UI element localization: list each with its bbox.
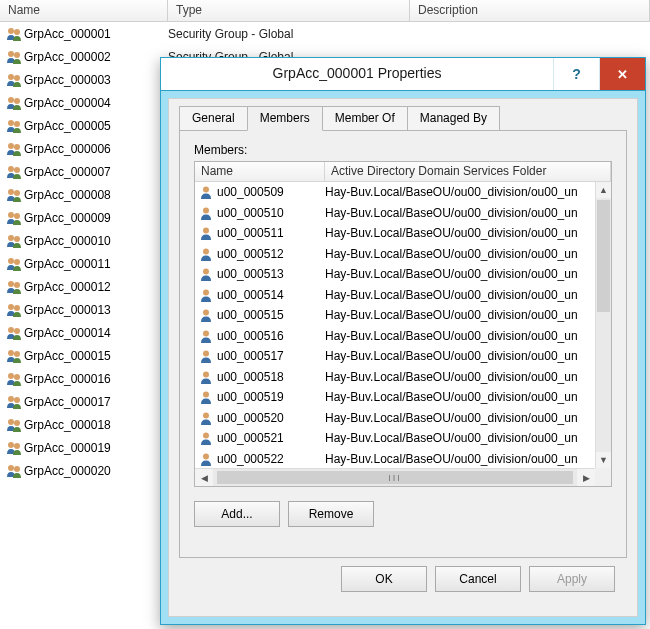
group-icon <box>6 302 24 318</box>
member-row[interactable]: u00_000512Hay-Buv.Local/BaseOU/ou00_divi… <box>195 244 595 265</box>
member-folder: Hay-Buv.Local/BaseOU/ou00_division/ou00_… <box>325 431 595 445</box>
member-row[interactable]: u00_000520Hay-Buv.Local/BaseOU/ou00_divi… <box>195 408 595 429</box>
dialog-frame: General Members Member Of Managed By Mem… <box>161 91 645 617</box>
group-icon <box>6 325 24 341</box>
member-name: u00_000517 <box>217 349 325 363</box>
member-row[interactable]: u00_000511Hay-Buv.Local/BaseOU/ou00_divi… <box>195 223 595 244</box>
console-row-name: GrpAcc_000005 <box>24 119 168 133</box>
user-icon <box>199 329 217 343</box>
members-listview[interactable]: Name Active Directory Domain Services Fo… <box>194 161 612 487</box>
console-row[interactable]: GrpAcc_000001Security Group - Global <box>0 22 650 45</box>
user-icon <box>199 452 217 466</box>
member-name: u00_000518 <box>217 370 325 384</box>
user-icon <box>199 431 217 445</box>
console-row-name: GrpAcc_000004 <box>24 96 168 110</box>
ok-button[interactable]: OK <box>341 566 427 592</box>
lv-col-name[interactable]: Name <box>195 162 325 181</box>
user-icon <box>199 349 217 363</box>
group-icon <box>6 440 24 456</box>
console-row-name: GrpAcc_000020 <box>24 464 168 478</box>
column-header-description[interactable]: Description <box>410 0 650 21</box>
add-button[interactable]: Add... <box>194 501 280 527</box>
scroll-track-vertical[interactable] <box>596 198 611 452</box>
scroll-down-button[interactable]: ▼ <box>596 452 611 468</box>
dialog-titlebar[interactable]: GrpAcc_000001 Properties ? ✕ <box>161 58 645 91</box>
tab-member-of[interactable]: Member Of <box>322 106 408 131</box>
member-name: u00_000519 <box>217 390 325 404</box>
column-header-type[interactable]: Type <box>168 0 410 21</box>
member-folder: Hay-Buv.Local/BaseOU/ou00_division/ou00_… <box>325 390 595 404</box>
console-row-name: GrpAcc_000003 <box>24 73 168 87</box>
apply-button[interactable]: Apply <box>529 566 615 592</box>
tab-members[interactable]: Members <box>247 106 323 131</box>
console-row-name: GrpAcc_000001 <box>24 27 168 41</box>
scroll-thumb-horizontal[interactable]: III <box>217 471 573 484</box>
console-row-name: GrpAcc_000014 <box>24 326 168 340</box>
tab-managed-by[interactable]: Managed By <box>407 106 500 131</box>
listview-header: Name Active Directory Domain Services Fo… <box>195 162 611 182</box>
lv-col-folder[interactable]: Active Directory Domain Services Folder <box>325 162 611 181</box>
user-icon <box>199 308 217 322</box>
member-folder: Hay-Buv.Local/BaseOU/ou00_division/ou00_… <box>325 452 595 466</box>
vertical-scrollbar[interactable]: ▲ ▼ <box>595 182 611 468</box>
horizontal-scrollbar[interactable]: ◀ III ▶ <box>195 468 595 486</box>
member-row[interactable]: u00_000513Hay-Buv.Local/BaseOU/ou00_divi… <box>195 264 595 285</box>
member-row[interactable]: u00_000521Hay-Buv.Local/BaseOU/ou00_divi… <box>195 428 595 449</box>
member-row[interactable]: u00_000522Hay-Buv.Local/BaseOU/ou00_divi… <box>195 449 595 469</box>
column-header-name[interactable]: Name <box>0 0 168 21</box>
user-icon <box>199 206 217 220</box>
console-row-name: GrpAcc_000006 <box>24 142 168 156</box>
dialog-title: GrpAcc_000001 Properties <box>161 58 553 90</box>
console-row-name: GrpAcc_000018 <box>24 418 168 432</box>
remove-button[interactable]: Remove <box>288 501 374 527</box>
group-icon <box>6 210 24 226</box>
console-row-name: GrpAcc_000017 <box>24 395 168 409</box>
console-row-name: GrpAcc_000008 <box>24 188 168 202</box>
group-icon <box>6 279 24 295</box>
group-icon <box>6 141 24 157</box>
help-button[interactable]: ? <box>553 58 599 90</box>
group-icon <box>6 95 24 111</box>
scroll-track-horizontal[interactable]: III <box>213 469 577 486</box>
user-icon <box>199 370 217 384</box>
member-row[interactable]: u00_000516Hay-Buv.Local/BaseOU/ou00_divi… <box>195 326 595 347</box>
cancel-button[interactable]: Cancel <box>435 566 521 592</box>
scroll-right-button[interactable]: ▶ <box>577 469 595 486</box>
scroll-left-button[interactable]: ◀ <box>195 469 213 486</box>
dialog-client: General Members Member Of Managed By Mem… <box>168 98 638 617</box>
member-row[interactable]: u00_000517Hay-Buv.Local/BaseOU/ou00_divi… <box>195 346 595 367</box>
group-icon <box>6 187 24 203</box>
console-row-type: Security Group - Global <box>168 27 410 41</box>
member-row[interactable]: u00_000518Hay-Buv.Local/BaseOU/ou00_divi… <box>195 367 595 388</box>
console-row-name: GrpAcc_000009 <box>24 211 168 225</box>
console-row-name: GrpAcc_000011 <box>24 257 168 271</box>
member-row[interactable]: u00_000514Hay-Buv.Local/BaseOU/ou00_divi… <box>195 285 595 306</box>
console-row-name: GrpAcc_000013 <box>24 303 168 317</box>
member-row[interactable]: u00_000519Hay-Buv.Local/BaseOU/ou00_divi… <box>195 387 595 408</box>
group-icon <box>6 256 24 272</box>
group-icon <box>6 463 24 479</box>
member-name: u00_000515 <box>217 308 325 322</box>
member-folder: Hay-Buv.Local/BaseOU/ou00_division/ou00_… <box>325 267 595 281</box>
group-icon <box>6 164 24 180</box>
member-row[interactable]: u00_000515Hay-Buv.Local/BaseOU/ou00_divi… <box>195 305 595 326</box>
member-folder: Hay-Buv.Local/BaseOU/ou00_division/ou00_… <box>325 288 595 302</box>
member-name: u00_000522 <box>217 452 325 466</box>
close-button[interactable]: ✕ <box>599 58 645 90</box>
group-icon <box>6 49 24 65</box>
member-name: u00_000513 <box>217 267 325 281</box>
member-folder: Hay-Buv.Local/BaseOU/ou00_division/ou00_… <box>325 226 595 240</box>
group-icon <box>6 394 24 410</box>
member-row[interactable]: u00_000509Hay-Buv.Local/BaseOU/ou00_divi… <box>195 182 595 203</box>
properties-dialog: GrpAcc_000001 Properties ? ✕ General Mem… <box>160 57 646 625</box>
user-icon <box>199 247 217 261</box>
tab-body-members: Members: Name Active Directory Domain Se… <box>179 130 627 558</box>
console-row-name: GrpAcc_000019 <box>24 441 168 455</box>
scroll-up-button[interactable]: ▲ <box>596 182 611 198</box>
group-icon <box>6 72 24 88</box>
scroll-thumb-vertical[interactable] <box>597 200 610 312</box>
member-name: u00_000514 <box>217 288 325 302</box>
dialog-footer: OK Cancel Apply <box>179 558 627 604</box>
member-row[interactable]: u00_000510Hay-Buv.Local/BaseOU/ou00_divi… <box>195 203 595 224</box>
tab-general[interactable]: General <box>179 106 248 131</box>
